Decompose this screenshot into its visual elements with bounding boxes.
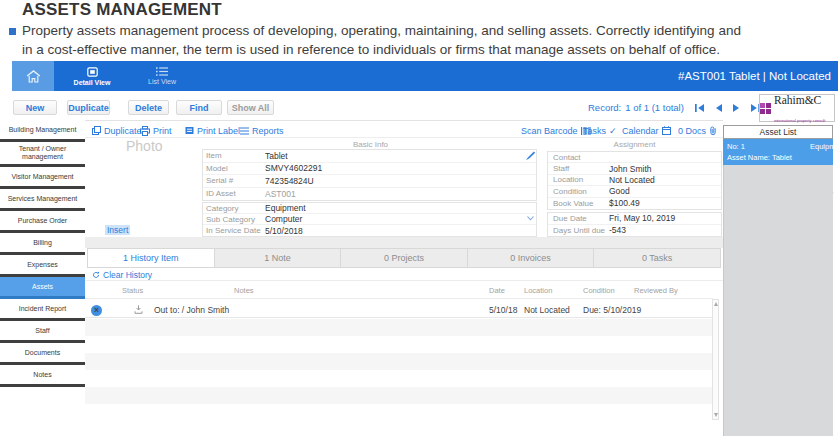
sidebar-item[interactable]: Staff [0, 321, 85, 343]
sidebar-item[interactable]: Services Management [0, 189, 85, 211]
empty-row [85, 353, 713, 370]
sidebar-item[interactable]: Purchase Order [0, 211, 85, 233]
sidebar-item[interactable]: Documents [0, 343, 85, 365]
field-value[interactable]: 742354824U [265, 176, 314, 186]
assignment-group-1: Contact Staff John Smith Location Not Lo… [547, 151, 722, 210]
docs-link[interactable]: 0 Docs [678, 125, 717, 136]
navbar: Detail View List View #AST001 Tablet | N… [12, 61, 838, 91]
sidebar-item[interactable]: Incident Report [0, 299, 85, 321]
portal-tab[interactable]: 1 Note [215, 249, 342, 267]
sidebar-item[interactable]: Expenses [0, 255, 85, 277]
reports-icon [240, 127, 249, 135]
basic-info-group-2: Category Equipment Sub Category Computer… [202, 202, 537, 237]
column-notes: Notes [234, 286, 254, 295]
field-row: Serial # 742354824U [203, 175, 536, 188]
sidebar-item[interactable]: Building Management [0, 120, 85, 142]
field-value[interactable]: Computer [265, 214, 302, 224]
field-value[interactable]: $100.49 [609, 198, 640, 208]
clear-history-link[interactable]: Clear History [92, 270, 152, 280]
brand-logo: Rahim&C international property consult [759, 94, 835, 122]
field-label: Location [553, 175, 583, 184]
empty-row [85, 387, 713, 404]
sidebar-item[interactable]: Billing [0, 233, 85, 255]
print-label-link[interactable]: Print Label [185, 125, 240, 136]
field-value[interactable]: Equipment [265, 203, 306, 213]
history-status: Out to: / John Smith [154, 305, 229, 315]
logo-tagline: international property consult [774, 118, 825, 123]
asset-list-empty-area [723, 165, 833, 436]
scan-barcode-link[interactable]: Scan Barcode [521, 125, 591, 136]
sidebar: Building ManagementTenant / Owner manage… [0, 120, 85, 387]
basic-info-group-1: Item Tablet Model SMVY4602291 Serial # 7… [202, 149, 537, 201]
sidebar-item[interactable]: Tenant / Owner management [0, 142, 85, 167]
field-label: Due Date [553, 214, 587, 223]
history-table-header: Status Notes Date Location Condition Rev… [85, 281, 723, 298]
record-value: 1 of 1 (1 total) [625, 102, 684, 113]
reports-link[interactable]: Reports [240, 125, 284, 136]
toolbar-button[interactable]: Show All [227, 100, 274, 115]
field-value[interactable]: Good [609, 186, 630, 196]
field-value[interactable]: Tablet [265, 151, 288, 161]
history-row[interactable]: × Out to: / John Smith 5/10/18 Not Locat… [85, 298, 713, 318]
subcategory-dropdown-icon[interactable] [527, 216, 534, 221]
logo-name: Rahim&C [774, 94, 821, 106]
field-row: Category Equipment [203, 203, 536, 214]
column-status: Status [122, 286, 143, 295]
field-value[interactable]: John Smith [609, 164, 652, 174]
duplicate-icon [92, 126, 101, 135]
field-label: Book Value [553, 199, 593, 208]
next-record-icon[interactable] [733, 104, 740, 112]
duplicate-record-link[interactable]: Duplicate [92, 125, 142, 136]
tab-list-view[interactable]: List View [134, 61, 190, 91]
scroll-up-icon[interactable] [714, 302, 718, 306]
sidebar-item[interactable]: Assets [0, 277, 85, 299]
toolbar-button[interactable]: Delete [128, 100, 169, 115]
page-description-line1: Property assets management process of de… [22, 23, 830, 38]
portal-tab[interactable]: 0 Invoices [468, 249, 595, 267]
toolbar-button[interactable]: New [13, 100, 57, 115]
field-value[interactable]: AST001 [265, 189, 296, 199]
portal-tab[interactable]: 1 History Item [88, 249, 215, 267]
field-row: Days Until due -543 [548, 225, 721, 237]
field-label: Model [206, 164, 228, 173]
insert-photo-link[interactable]: Insert [105, 225, 130, 235]
record-navigation: Record: 1 of 1 (1 total) [588, 101, 760, 114]
empty-row [85, 319, 713, 336]
home-icon [26, 70, 41, 83]
field-value[interactable]: -543 [609, 225, 626, 235]
content-top-border [85, 120, 723, 121]
logo-mark-icon [760, 103, 771, 114]
field-row: In Service Date 5/10/2018 [203, 225, 536, 236]
check-out-icon[interactable] [134, 305, 143, 314]
toolbar-button[interactable]: Duplicate [67, 100, 110, 115]
field-value[interactable]: SMVY4602291 [265, 163, 322, 173]
sidebar-item[interactable]: Visitor Management [0, 167, 85, 189]
portal-tab[interactable]: 0 Projects [341, 249, 468, 267]
table-scrollbar[interactable] [712, 299, 719, 420]
field-value[interactable]: Not Located [609, 175, 655, 185]
column-reviewed-by: Reviewed By [634, 286, 678, 295]
home-tab[interactable] [12, 61, 54, 91]
asset-list-item[interactable]: No: 1 Equipment Asset Name: Tablet [723, 139, 833, 165]
previous-record-icon[interactable] [715, 104, 722, 112]
toolbar-button[interactable]: Find [176, 100, 222, 115]
field-label: Serial # [206, 176, 233, 185]
print-label-icon [185, 126, 194, 135]
tab-detail-view[interactable]: Detail View [60, 61, 124, 91]
field-row: Book Value $100.49 [548, 198, 721, 209]
detail-view-icon [87, 67, 98, 77]
field-value[interactable]: Fri, May 10, 2019 [609, 213, 675, 223]
delete-row-icon[interactable]: × [91, 305, 102, 316]
signature-pen-icon[interactable] [525, 151, 537, 161]
print-link[interactable]: Print [140, 125, 172, 136]
portal-tab[interactable]: 0 Tasks [594, 249, 720, 267]
field-row: Model SMVY4602291 [203, 163, 536, 176]
tasks-link[interactable]: Tasks ✓ [583, 125, 617, 136]
field-value[interactable]: 5/10/2018 [265, 226, 303, 236]
refresh-icon [92, 271, 100, 279]
assignment-group-2: Due Date Fri, May 10, 2019 Days Until du… [547, 212, 722, 237]
calendar-link[interactable]: Calendar [622, 125, 671, 136]
first-record-icon[interactable] [695, 104, 704, 112]
sidebar-item[interactable]: Notes [0, 365, 85, 387]
scroll-down-icon[interactable] [714, 413, 718, 417]
